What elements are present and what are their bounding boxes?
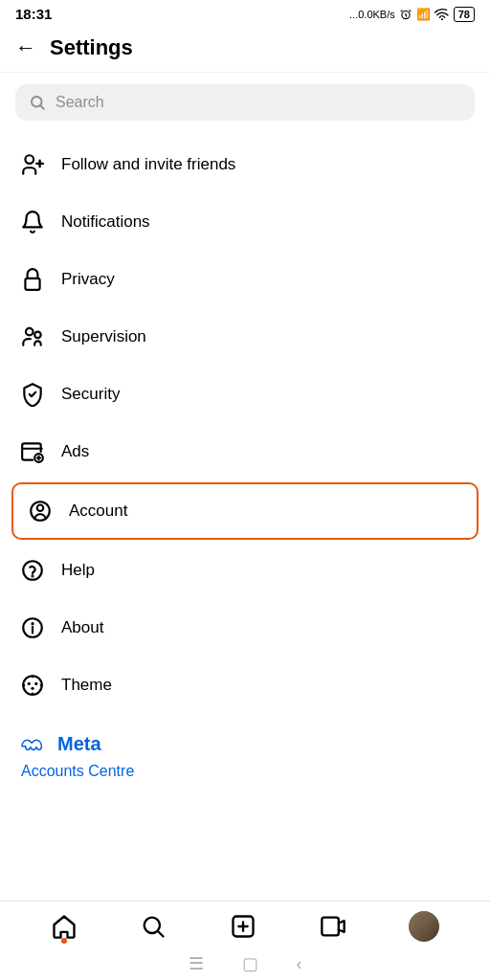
create-icon <box>230 913 256 940</box>
network-speed: ...0.0KB/s <box>349 9 395 20</box>
svg-point-5 <box>26 328 33 336</box>
menu-item-privacy[interactable]: Privacy <box>0 251 490 308</box>
alarm-icon <box>399 8 412 21</box>
meta-logo: Meta <box>19 733 471 755</box>
status-time: 18:31 <box>15 6 52 22</box>
page-title: Settings <box>50 35 133 60</box>
svg-rect-21 <box>322 918 339 936</box>
help-label: Help <box>61 561 95 580</box>
svg-point-1 <box>441 18 443 20</box>
bottom-nav: ☰ ▢ ‹ <box>0 901 490 980</box>
nav-icons-row <box>0 902 490 949</box>
meta-logo-text: Meta <box>57 733 101 755</box>
accounts-centre-link[interactable]: Accounts Centre <box>19 763 471 780</box>
meta-logo-icon <box>19 735 54 754</box>
status-icons: ...0.0KB/s 📶 78 <box>349 7 475 22</box>
menu-item-ads[interactable]: Ads <box>0 423 490 480</box>
svg-point-6 <box>34 332 40 339</box>
menu-item-security[interactable]: Security <box>0 366 490 423</box>
nav-create[interactable] <box>230 913 256 940</box>
menu-item-notifications[interactable]: Notifications <box>0 193 490 251</box>
supervision-label: Supervision <box>61 327 146 346</box>
follow-label: Follow and invite friends <box>61 155 235 174</box>
account-label: Account <box>69 501 127 521</box>
search-icon <box>29 94 46 111</box>
menu-item-account[interactable]: Account <box>11 482 479 540</box>
about-label: About <box>61 618 103 637</box>
svg-point-9 <box>37 505 44 512</box>
help-icon <box>19 557 46 584</box>
notifications-label: Notifications <box>61 212 150 232</box>
svg-point-18 <box>31 687 33 690</box>
avatar-image <box>409 911 439 942</box>
header: ← Settings <box>0 26 490 73</box>
svg-point-16 <box>28 682 31 685</box>
theme-label: Theme <box>61 676 112 695</box>
menu-item-help[interactable]: Help <box>0 542 490 599</box>
ads-label: Ads <box>61 442 89 461</box>
svg-point-11 <box>32 575 33 576</box>
search-box[interactable]: Search <box>15 84 475 121</box>
follow-icon <box>19 151 46 178</box>
profile-avatar <box>409 911 439 942</box>
security-icon <box>19 381 46 408</box>
nav-video[interactable] <box>320 913 346 940</box>
nav-hint-menu: ☰ <box>189 953 204 974</box>
nav-search[interactable] <box>140 913 167 940</box>
back-button[interactable]: ← <box>15 35 36 60</box>
nav-hint-square: ▢ <box>242 953 258 974</box>
lock-icon <box>19 266 46 293</box>
meta-section: Meta Accounts Centre <box>0 718 490 788</box>
privacy-label: Privacy <box>61 270 115 289</box>
svg-rect-4 <box>25 278 39 290</box>
menu-item-about[interactable]: About <box>0 599 490 657</box>
battery-indicator: 78 <box>454 7 475 22</box>
home-icon <box>51 913 78 940</box>
supervision-icon <box>19 323 46 350</box>
search-placeholder: Search <box>56 94 104 111</box>
wifi-icon <box>434 9 450 20</box>
nav-hint-bar: ☰ ▢ ‹ <box>0 949 490 980</box>
bell-icon <box>19 209 46 235</box>
menu-item-supervision[interactable]: Supervision <box>0 308 490 366</box>
menu-list: Follow and invite friends Notifications … <box>0 132 490 718</box>
nav-profile[interactable] <box>409 911 439 942</box>
account-icon <box>27 498 54 524</box>
menu-item-follow[interactable]: Follow and invite friends <box>0 136 490 193</box>
ads-icon <box>19 438 46 465</box>
svg-point-3 <box>25 155 33 164</box>
status-bar: 18:31 ...0.0KB/s 📶 78 <box>0 0 490 26</box>
nav-search-icon <box>140 913 167 940</box>
menu-item-theme[interactable]: Theme <box>0 657 490 714</box>
security-label: Security <box>61 385 120 404</box>
home-nav-dot <box>61 938 67 944</box>
search-container: Search <box>0 73 490 132</box>
svg-point-15 <box>23 676 42 695</box>
video-icon <box>320 913 346 940</box>
signal-icons: 📶 <box>416 8 431 21</box>
theme-icon <box>19 672 46 699</box>
nav-hint-back: ‹ <box>297 954 302 974</box>
about-icon <box>19 614 46 641</box>
nav-home[interactable] <box>51 913 78 940</box>
svg-point-17 <box>34 682 37 685</box>
